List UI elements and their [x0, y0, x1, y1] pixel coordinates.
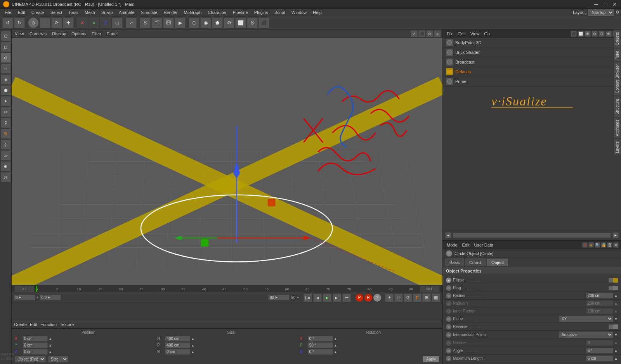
rp-file[interactable]: File — [445, 31, 455, 37]
lp-icon-6[interactable]: ⬟ — [1, 85, 11, 95]
lp-icon-2[interactable]: ◻ — [1, 42, 11, 52]
rp-ctrl-6[interactable]: ⊛ — [605, 31, 612, 37]
world-axis[interactable]: □ — [112, 17, 123, 28]
coord-y-pos-up[interactable]: ▲ — [49, 343, 52, 347]
tl-next-frame[interactable]: ►| — [333, 293, 341, 302]
cb-item-prime[interactable]: Prime — [443, 77, 621, 86]
tl-record-rot[interactable]: R — [364, 294, 372, 302]
coord-x-pos-input[interactable] — [23, 336, 48, 342]
prop-max-length-arrow[interactable]: ▲ — [614, 356, 618, 361]
menu-select[interactable]: Select — [47, 9, 66, 16]
null-obj[interactable]: ⬜ — [235, 17, 246, 28]
lp-icon-7[interactable]: ✦ — [1, 96, 11, 106]
coord-h-size-up[interactable]: ▲ — [191, 337, 194, 341]
vp-menu-panel[interactable]: Panel — [105, 31, 119, 37]
prop-ellipse-check[interactable] — [609, 278, 613, 283]
lp-icon-4[interactable]: ↔ — [1, 64, 11, 74]
edge-tab-attributes[interactable]: Attributes — [614, 117, 621, 139]
edge-tab-take[interactable]: Take — [614, 48, 621, 62]
minimize-button[interactable]: ─ — [593, 1, 599, 7]
prop-plane-expand[interactable]: ▼ — [614, 317, 618, 321]
cube-obj[interactable]: ⬡ — [189, 17, 199, 28]
prop-intermediate-icon[interactable]: ○ — [446, 332, 451, 338]
tl-play[interactable]: ► — [323, 293, 331, 302]
mode-model[interactable]: ⊙ — [28, 17, 39, 28]
menu-simulate[interactable]: Simulate — [138, 9, 161, 16]
prop-ellipse-icon[interactable]: ● — [446, 278, 451, 283]
coord-p-size-input[interactable] — [165, 342, 190, 348]
lp-icon-3[interactable]: ⊙ — [1, 53, 11, 63]
rp-thumb-1[interactable]: ◄ — [445, 232, 451, 238]
tl-frame-input[interactable] — [14, 295, 35, 300]
vp-menu-filter[interactable]: Filter — [90, 31, 102, 37]
tl-last-frame[interactable]: ↩ — [342, 293, 351, 302]
attr-ctrl-chain[interactable]: ⛓ — [607, 242, 612, 248]
attr-tab-object[interactable]: Object — [487, 259, 508, 266]
attr-ctrl-lock[interactable]: 🔒 — [601, 242, 606, 248]
attr-ctrl-arrow[interactable]: ◄ — [582, 242, 588, 248]
rp-ctrl-4[interactable]: ⊙ — [592, 31, 598, 37]
vp-icon-4[interactable]: ≡ — [434, 30, 441, 37]
prop-angle-icon[interactable]: ○ — [446, 348, 451, 354]
menu-help[interactable]: Help — [310, 9, 325, 16]
prop-ring-icon[interactable]: ○ — [446, 285, 451, 291]
prop-angle-arrow[interactable]: ▲ — [614, 348, 618, 353]
mat-edit[interactable]: Edit — [30, 322, 37, 327]
vp-menu-options[interactable]: Options — [70, 31, 88, 37]
cb-item-defaults[interactable]: Defaults — [443, 67, 621, 77]
rp-thumb-scroll[interactable] — [453, 233, 611, 238]
undo-button[interactable]: ↺ — [2, 17, 13, 28]
vp-icon-1[interactable]: ⤢ — [411, 30, 418, 37]
tl-current-frame[interactable] — [40, 295, 61, 300]
coord-size-select[interactable]: Size Scale — [48, 356, 68, 362]
sky-obj[interactable]: S — [247, 17, 258, 28]
prop-radius-arrow[interactable]: ▲ — [614, 293, 618, 298]
close-button[interactable]: ✕ — [612, 1, 618, 7]
attr-ctrl-search[interactable]: 🔍 — [595, 242, 600, 248]
tl-key-del[interactable]: □ — [394, 293, 403, 302]
attr-mode[interactable]: Mode — [445, 242, 459, 248]
mode-scale[interactable]: ⟳ — [51, 17, 62, 28]
vp-icon-2[interactable]: ⬛ — [418, 30, 425, 37]
menu-plugins[interactable]: Plugins — [251, 9, 271, 16]
attr-tab-basic[interactable]: Basic — [445, 259, 464, 266]
mode-move[interactable]: ↔ — [40, 17, 50, 28]
vp-menu-display[interactable]: Display — [50, 31, 68, 37]
attr-edit[interactable]: Edit — [461, 242, 471, 248]
coord-z-rot-input[interactable] — [308, 349, 333, 355]
prop-radius-icon[interactable]: ○ — [446, 293, 451, 298]
tl-first-frame[interactable]: |◄ — [304, 293, 312, 302]
prop-reverse-icon[interactable]: ○ — [446, 324, 451, 329]
lp-icon-10[interactable]: S — [1, 129, 11, 139]
coord-h-size-input[interactable] — [165, 336, 190, 342]
coord-y-pos-input[interactable] — [23, 342, 48, 348]
coord-z-rot-up[interactable]: ▲ — [334, 350, 337, 354]
rp-view[interactable]: View — [469, 31, 481, 37]
play-btn[interactable]: ▶ — [175, 17, 186, 28]
lp-icon-8[interactable]: ✂ — [1, 107, 11, 117]
mat-texture[interactable]: Texture — [60, 322, 74, 327]
axis-z[interactable]: Z — [100, 17, 111, 28]
redo-button[interactable]: ↻ — [14, 17, 25, 28]
coord-x-rot-input[interactable] — [308, 336, 333, 342]
render-region[interactable]: S — [140, 17, 151, 28]
spline-obj[interactable]: ⬟ — [212, 17, 223, 28]
edge-tab-objects[interactable]: Objects — [614, 29, 621, 48]
menu-snarp[interactable]: Snarp — [98, 9, 116, 16]
edge-tab-layers[interactable]: Layers — [614, 139, 621, 156]
snap-btn[interactable]: ↗ — [126, 17, 137, 28]
prop-plane-icon[interactable]: ○ — [446, 316, 451, 322]
sphere-obj[interactable]: ◉ — [200, 17, 211, 28]
rp-ctrl-5[interactable]: ⬡ — [598, 31, 605, 37]
tl-motion-record[interactable]: P — [413, 293, 422, 302]
tl-end-frame[interactable] — [268, 295, 290, 300]
rp-ctrl-1[interactable]: ⬛ — [571, 31, 577, 37]
rp-ctrl-3[interactable]: ⊕ — [585, 31, 591, 37]
lp-icon-13[interactable]: ⊕ — [1, 161, 11, 171]
record-btn[interactable]: 🎬 — [151, 17, 162, 28]
axis-y[interactable]: ● — [88, 17, 99, 28]
mat-create[interactable]: Create — [14, 322, 27, 327]
cb-item-brick[interactable]: Brick Shader — [443, 48, 621, 57]
tl-prev-frame[interactable]: ◄ — [313, 293, 322, 302]
tl-layout[interactable]: ▦ — [432, 293, 440, 302]
